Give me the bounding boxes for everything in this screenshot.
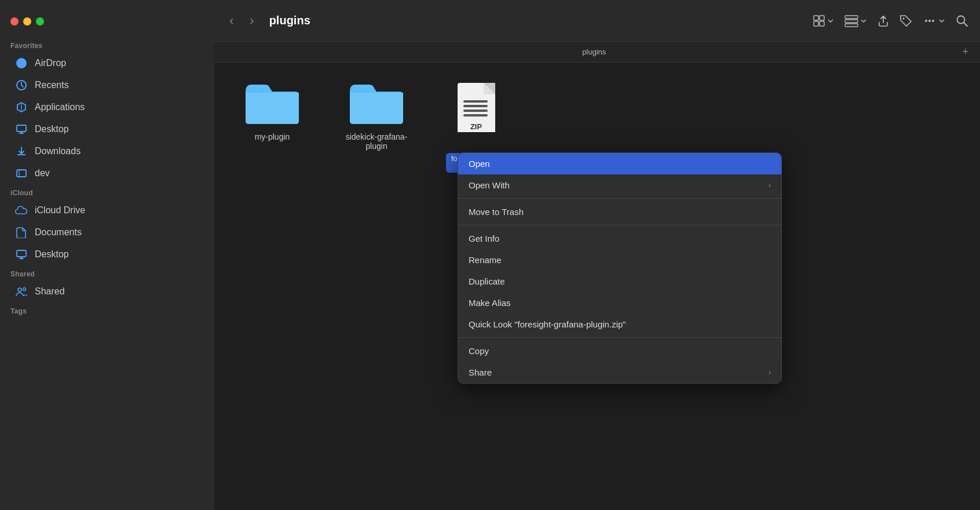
share-label: Share	[469, 367, 492, 377]
dev-icon	[15, 167, 28, 180]
context-menu-rename[interactable]: Rename	[458, 249, 781, 271]
tags-section-label: Tags	[0, 303, 214, 318]
traffic-lights	[0, 12, 214, 37]
sidebar-item-desktop-icloud[interactable]: Desktop	[5, 244, 210, 265]
divider-2	[458, 225, 781, 225]
forward-button[interactable]: ›	[246, 11, 257, 31]
toolbar: ‹ › plugins	[214, 0, 980, 42]
maximize-button[interactable]	[36, 17, 44, 26]
path-text: plugins	[226, 48, 962, 56]
context-menu-duplicate[interactable]: Duplicate	[458, 271, 781, 292]
svg-line-28	[964, 23, 967, 26]
svg-point-24	[925, 20, 927, 22]
main-area: ‹ › plugins	[214, 0, 980, 510]
context-menu-share[interactable]: Share ›	[458, 362, 781, 383]
icloud-icon	[15, 204, 28, 217]
share-icon-button[interactable]	[877, 14, 889, 27]
svg-point-0	[17, 59, 26, 68]
back-button[interactable]: ‹	[226, 11, 237, 31]
documents-icon	[15, 226, 28, 239]
quick-look-label: Quick Look "foresight-grafana-plugin.zip…	[469, 319, 626, 329]
svg-rect-8	[17, 154, 25, 155]
sidebar-item-recents[interactable]: Recents	[5, 75, 210, 96]
sidebar-item-icloud-drive[interactable]: iCloud Drive	[5, 200, 210, 221]
svg-rect-17	[820, 16, 824, 20]
svg-rect-21	[845, 20, 858, 23]
file-item-sidekick[interactable]: sidekick-grafana- plugin	[342, 80, 411, 151]
svg-rect-11	[17, 250, 26, 257]
tag-icon-button[interactable]	[899, 14, 912, 27]
sidebar-item-airdrop[interactable]: AirDrop	[5, 53, 210, 74]
view-icon-button[interactable]	[813, 14, 834, 27]
favorites-section-label: Favorites	[0, 37, 214, 52]
context-menu-copy[interactable]: Copy	[458, 340, 781, 362]
svg-rect-19	[820, 21, 824, 26]
divider-3	[458, 337, 781, 338]
svg-point-23	[903, 17, 905, 19]
icloud-drive-label: iCloud Drive	[35, 205, 85, 216]
context-menu: Open Open With › Move to Trash Get Info …	[458, 152, 782, 384]
svg-rect-32	[463, 100, 488, 103]
documents-label: Documents	[35, 227, 82, 238]
dev-label: dev	[35, 168, 50, 178]
svg-point-1	[20, 64, 23, 66]
svg-rect-9	[17, 170, 26, 177]
sidebar: Favorites AirDrop Recents	[0, 0, 214, 510]
minimize-button[interactable]	[23, 17, 31, 26]
search-icon-button[interactable]	[956, 14, 968, 27]
svg-rect-22	[845, 24, 858, 27]
svg-point-14	[18, 288, 21, 292]
svg-rect-33	[463, 105, 488, 107]
grid-icon-button[interactable]	[844, 14, 867, 27]
shared-label: Shared	[35, 286, 65, 297]
context-menu-open[interactable]: Open	[458, 153, 781, 174]
make-alias-label: Make Alias	[469, 298, 511, 308]
svg-point-26	[932, 20, 934, 22]
context-menu-trash[interactable]: Move to Trash	[458, 201, 781, 223]
svg-rect-18	[814, 21, 818, 26]
more-icon-button[interactable]	[923, 14, 945, 27]
sidebar-item-documents[interactable]: Documents	[5, 222, 210, 243]
svg-rect-20	[845, 16, 858, 19]
applications-icon	[15, 101, 28, 114]
icloud-section-label: iCloud	[0, 184, 214, 199]
svg-point-25	[928, 20, 931, 22]
file-label-my-plugin: my-plugin	[255, 132, 290, 141]
open-with-chevron: ›	[769, 181, 771, 190]
desktop-icloud-icon	[15, 248, 28, 261]
folder-icon-sidekick	[348, 80, 405, 126]
airdrop-icon	[15, 57, 28, 70]
context-menu-quick-look[interactable]: Quick Look "foresight-grafana-plugin.zip…	[458, 314, 781, 335]
divider-1	[458, 198, 781, 199]
rename-label: Rename	[469, 255, 502, 265]
toolbar-icons	[813, 14, 968, 27]
sidebar-item-shared[interactable]: Shared	[5, 281, 210, 302]
downloads-icon	[15, 145, 28, 158]
sidebar-item-dev[interactable]: dev	[5, 163, 210, 184]
open-with-label: Open With	[469, 180, 510, 190]
svg-point-15	[23, 288, 26, 291]
sidebar-item-desktop[interactable]: Desktop	[5, 119, 210, 140]
context-menu-open-with[interactable]: Open With ›	[458, 174, 781, 196]
svg-rect-35	[463, 114, 488, 116]
file-label-sidekick: sidekick-grafana- plugin	[346, 132, 408, 151]
context-menu-make-alias[interactable]: Make Alias	[458, 292, 781, 314]
sidebar-item-downloads[interactable]: Downloads	[5, 141, 210, 162]
desktop-icon	[15, 123, 28, 136]
shared-section-label: Shared	[0, 265, 214, 280]
file-item-my-plugin[interactable]: my-plugin	[237, 80, 307, 141]
desktop-label: Desktop	[35, 124, 69, 134]
svg-rect-34	[463, 110, 488, 112]
path-plus-button[interactable]: +	[962, 46, 968, 58]
svg-rect-16	[814, 16, 818, 20]
open-label: Open	[469, 159, 490, 169]
share-chevron: ›	[769, 368, 771, 377]
duplicate-label: Duplicate	[469, 276, 505, 286]
sidebar-item-applications[interactable]: Applications	[5, 97, 210, 118]
toolbar-title: plugins	[269, 14, 310, 27]
close-button[interactable]	[10, 17, 19, 26]
context-menu-get-info[interactable]: Get Info	[458, 228, 781, 249]
path-bar: plugins +	[214, 42, 980, 63]
svg-rect-5	[17, 125, 26, 132]
copy-label: Copy	[469, 346, 489, 356]
